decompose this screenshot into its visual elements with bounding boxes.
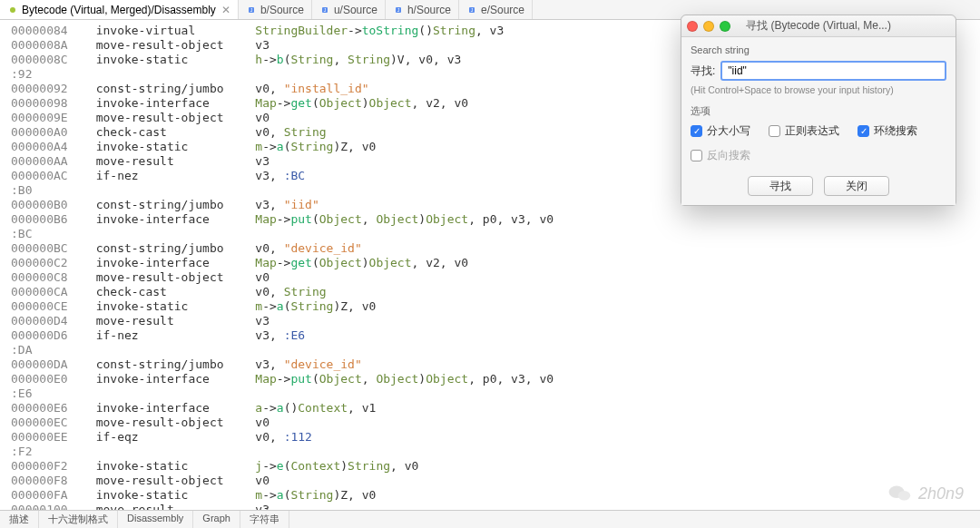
option-checkbox[interactable]: ✓分大小写	[691, 123, 750, 139]
bottom-tab[interactable]: 字符串	[240, 511, 289, 528]
bottom-tab[interactable]: 十六进制格式	[39, 511, 118, 528]
window-close-icon[interactable]	[687, 21, 698, 32]
checkbox-label: 反向搜索	[707, 148, 750, 163]
find-field-label: 寻找:	[691, 64, 715, 79]
tab-label: u/Source	[334, 4, 377, 16]
code-line[interactable]: 000000EE if-eqz v0, :112	[11, 430, 980, 445]
code-line[interactable]: 000000D6 if-nez v3, :E6	[11, 328, 980, 343]
option-checkbox: 反向搜索	[691, 148, 750, 163]
tab-label: Bytecode (Virtual, Merged)/Disassembly	[22, 4, 216, 16]
option-checkbox[interactable]: ✓环绕搜索	[858, 123, 917, 139]
bottom-tabbar: 描述十六进制格式DisassemblyGraph字符串	[0, 510, 980, 528]
find-input[interactable]	[720, 61, 946, 81]
window-zoom-icon[interactable]	[720, 21, 730, 32]
code-line[interactable]: 000000EC move-result-object v0	[11, 416, 980, 430]
code-line[interactable]: 000000C8 move-result-object v0	[11, 270, 980, 285]
code-line[interactable]: 000000DA const-string/jumbo v3, "device_…	[11, 357, 980, 372]
editor-tab[interactable]: Je/Source	[459, 0, 533, 19]
checkbox-icon	[691, 150, 702, 161]
search-section-label: Search string	[691, 44, 946, 55]
watermark-text: 2h0n9	[918, 484, 964, 504]
code-line[interactable]: 000000B6 invoke-interface Map->put(Objec…	[11, 212, 980, 227]
tab-label: b/Source	[260, 4, 304, 16]
find-dialog[interactable]: 寻找 (Bytecode (Virtual, Me...) Search str…	[681, 15, 956, 206]
watermark: 2h0n9	[887, 483, 964, 504]
close-icon[interactable]: ✕	[221, 4, 230, 16]
tab-label: e/Source	[481, 4, 524, 16]
option-checkbox[interactable]: 正则表达式	[769, 123, 839, 139]
code-line[interactable]: 00000100 move-result v3	[11, 503, 980, 510]
svg-point-10	[898, 491, 910, 501]
checkbox-icon: ✓	[858, 125, 869, 137]
code-line[interactable]: 000000C2 invoke-interface Map->get(Objec…	[11, 256, 980, 270]
checkbox-label: 环绕搜索	[874, 123, 917, 139]
checkbox-icon	[769, 125, 780, 137]
checkbox-label: 分大小写	[707, 123, 750, 139]
find-dialog-titlebar[interactable]: 寻找 (Bytecode (Virtual, Me...)	[681, 15, 956, 37]
wechat-icon	[887, 483, 913, 504]
code-line[interactable]: 000000E0 invoke-interface Map->put(Objec…	[11, 372, 980, 386]
code-line[interactable]: 000000F2 invoke-static j->e(Context)Stri…	[11, 459, 980, 474]
editor-tab[interactable]: Jb/Source	[239, 0, 312, 19]
close-button[interactable]: 关闭	[824, 176, 889, 196]
find-hint: (Hit Control+Space to browse your input …	[691, 84, 946, 95]
editor-tab[interactable]: Ju/Source	[312, 0, 386, 19]
checkbox-label: 正则表达式	[785, 123, 839, 139]
code-line[interactable]: 000000CA check-cast v0, String	[11, 285, 980, 299]
editor-tab[interactable]: Jh/Source	[386, 0, 459, 19]
svg-point-0	[10, 7, 15, 13]
code-line[interactable]: 000000F8 move-result-object v0	[11, 474, 980, 488]
window-minimize-icon[interactable]	[703, 21, 714, 32]
code-line[interactable]: 000000CE invoke-static m->a(String)Z, v0	[11, 299, 980, 314]
bottom-tab[interactable]: Disassembly	[118, 511, 193, 528]
code-line[interactable]: 000000BC const-string/jumbo v0, "device_…	[11, 241, 980, 256]
tab-label: h/Source	[407, 4, 451, 16]
editor-tab[interactable]: Bytecode (Virtual, Merged)/Disassembly✕	[0, 0, 239, 19]
find-button[interactable]: 寻找	[748, 176, 813, 196]
bottom-tab[interactable]: 描述	[0, 511, 39, 528]
code-line[interactable]: 000000E6 invoke-interface a->a()Context,…	[11, 401, 980, 416]
options-label: 选项	[691, 104, 946, 118]
code-line[interactable]: 000000D4 move-result v3	[11, 314, 980, 328]
bottom-tab[interactable]: Graph	[193, 511, 240, 528]
checkbox-icon: ✓	[691, 125, 702, 137]
code-line[interactable]: 000000FA invoke-static m->a(String)Z, v0	[11, 488, 980, 503]
